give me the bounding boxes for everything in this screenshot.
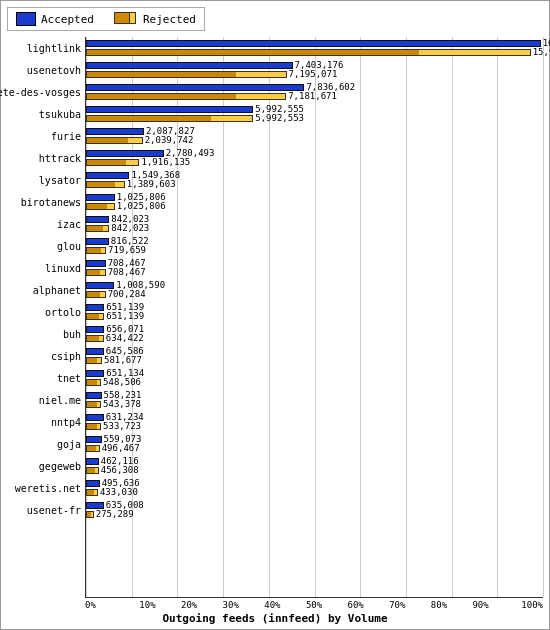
bar-rejected-value: 433,030 (100, 488, 138, 497)
bar-rejected (86, 489, 94, 496)
bar-rejected-value: 5,992,553 (255, 114, 304, 123)
bar-rejected-highlight (97, 401, 101, 408)
bar-accepted (86, 370, 104, 377)
x-axis-label: 100% (501, 600, 543, 610)
bar-rejected-highlight (103, 225, 109, 232)
y-label: niel.me (7, 389, 85, 411)
bar-row: 5,992,5555,992,553 (86, 103, 543, 125)
bar-rejected (86, 181, 115, 188)
bar-accepted (86, 260, 106, 267)
bar-row: 651,139651,139 (86, 301, 543, 323)
bar-row: 2,087,8272,039,742 (86, 125, 543, 147)
bar-rejected-highlight (96, 445, 100, 452)
y-label: buh (7, 323, 85, 345)
bar-accepted (86, 458, 99, 465)
y-labels: lightlinkusenetovhbete-des-vosgestsukuba… (7, 37, 85, 598)
bar-rejected-highlight (100, 291, 105, 298)
bar-rejected-highlight (115, 181, 125, 188)
bar-accepted (86, 502, 104, 509)
bar-rejected (86, 137, 128, 144)
bar-row: 558,231543,378 (86, 389, 543, 411)
y-label: bete-des-vosges (7, 81, 85, 103)
y-label: glou (7, 235, 85, 257)
bar-row: 495,636433,030 (86, 477, 543, 499)
bar-rejected-highlight (101, 247, 107, 254)
bar-accepted (86, 194, 115, 201)
bar-rejected-highlight (97, 379, 101, 386)
bar-accepted (86, 480, 100, 487)
bar-rejected-highlight (97, 357, 102, 364)
chart-body: lightlinkusenetovhbete-des-vosgestsukuba… (7, 37, 543, 598)
bar-row: 631,234533,723 (86, 411, 543, 433)
bar-accepted (86, 216, 109, 223)
bar-rejected (86, 115, 211, 122)
bar-accepted (86, 304, 104, 311)
bar-row: 1,008,590700,284 (86, 279, 543, 301)
bar-rejected (86, 159, 126, 166)
bar-rejected-value: 651,139 (106, 312, 144, 321)
bar-rejected-value: 7,195,071 (289, 70, 338, 79)
bar-rejected (86, 313, 99, 320)
bar-rejected (86, 49, 419, 56)
bar-rejected-highlight (107, 203, 115, 210)
bar-rejected (86, 269, 100, 276)
bar-row: 7,836,6027,181,671 (86, 81, 543, 103)
bar-rejected (86, 335, 99, 342)
bar-rejected (86, 357, 97, 364)
bar-rejected-value: 1,916,135 (141, 158, 190, 167)
bar-accepted (86, 414, 104, 421)
bar-row: 7,403,1767,195,071 (86, 59, 543, 81)
y-label: gegeweb (7, 455, 85, 477)
bar-accepted (86, 326, 104, 333)
x-axis-label: 10% (127, 600, 169, 610)
bar-rejected (86, 379, 97, 386)
bar-accepted (86, 150, 164, 157)
x-axis-label: 60% (335, 600, 377, 610)
bar-row: 708,467708,467 (86, 257, 543, 279)
bar-rejected-value: 719,659 (108, 246, 146, 255)
bar-accepted (86, 172, 129, 179)
bar-row: 1,025,8061,025,806 (86, 191, 543, 213)
bar-rejected (86, 203, 107, 210)
bar-rejected-value: 7,181,671 (288, 92, 337, 101)
bar-rejected-highlight (97, 423, 101, 430)
bar-rejected (86, 401, 97, 408)
bar-rejected-value: 496,467 (102, 444, 140, 453)
legend-rejected: Rejected (114, 12, 196, 26)
bar-rejected-highlight (99, 335, 104, 342)
x-axis-label: 70% (376, 600, 418, 610)
bar-accepted (86, 128, 144, 135)
bar-accepted (86, 392, 102, 399)
y-label: izac (7, 213, 85, 235)
bar-rejected-value: 2,039,742 (145, 136, 194, 145)
bar-row: 645,586581,677 (86, 345, 543, 367)
y-label: birotanews (7, 191, 85, 213)
bar-accepted (86, 62, 293, 69)
x-axis-label: 20% (168, 600, 210, 610)
bar-rejected-value: 548,506 (103, 378, 141, 387)
bar-row: 816,522719,659 (86, 235, 543, 257)
y-label: nntp4 (7, 411, 85, 433)
y-label: csiph (7, 345, 85, 367)
bar-row: 462,116456,308 (86, 455, 543, 477)
bar-rejected-value: 708,467 (108, 268, 146, 277)
chart-container: Accepted Rejected lightlinkusenetovhbete… (0, 0, 550, 630)
x-axis-label: 80% (418, 600, 460, 610)
legend-accepted: Accepted (16, 12, 94, 26)
bar-rejected (86, 423, 97, 430)
y-label: lysator (7, 169, 85, 191)
bar-rejected-highlight (94, 489, 97, 496)
bar-accepted (86, 282, 114, 289)
bar-rejected-highlight (128, 137, 143, 144)
bar-accepted (86, 106, 253, 113)
x-axis-label: 40% (252, 600, 294, 610)
bar-rejected-value: 275,289 (96, 510, 134, 519)
x-axis-label: 30% (210, 600, 252, 610)
bar-row: 16,302,12615,944,773 (86, 37, 543, 59)
legend-rejected-icon (114, 12, 138, 26)
y-label: furie (7, 125, 85, 147)
y-label: goja (7, 433, 85, 455)
bar-row: 651,134548,506 (86, 367, 543, 389)
legend-accepted-label: Accepted (41, 13, 94, 26)
bar-row: 635,008275,289 (86, 499, 543, 521)
